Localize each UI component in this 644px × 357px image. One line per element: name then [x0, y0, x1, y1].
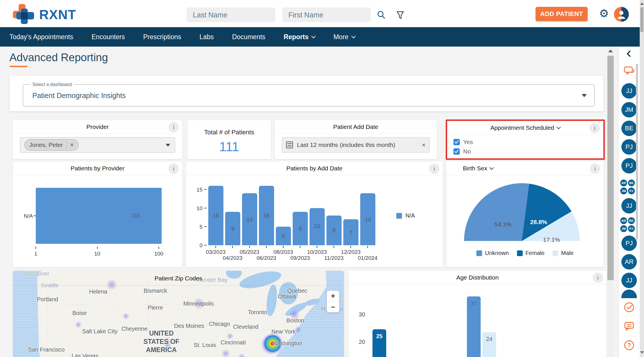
nav-reports[interactable]: Reports [284, 33, 315, 41]
birth-sex-title[interactable]: Birth Sex [446, 161, 604, 175]
avatar-small[interactable]: BE [628, 180, 635, 186]
page-title: Advanced Reporting [9, 51, 108, 64]
avatar-small[interactable]: BE [628, 217, 635, 224]
dropdown-caret-icon[interactable] [166, 144, 170, 147]
nav-todays-appointments[interactable]: Today's Appointments [9, 33, 73, 41]
avatar-small[interactable]: JM [620, 188, 627, 194]
bar-value: 8 [326, 227, 342, 234]
slice-label-female: 28.8% [530, 219, 547, 226]
city-label: St. Louis [194, 342, 216, 348]
zoom-in-button[interactable]: + [327, 291, 339, 302]
y-tick: 15 [195, 187, 203, 193]
avatar[interactable]: PJ [621, 236, 637, 251]
city-label: Cleveland [233, 324, 259, 330]
appt-option-no[interactable]: No [453, 148, 471, 155]
avatar[interactable]: PJ [621, 139, 637, 155]
chart-legend: N/A [396, 212, 415, 219]
chip-remove-icon[interactable]: × [70, 141, 74, 149]
collapse-sidebar-icon[interactable] [625, 50, 633, 57]
scroll-up-arrow[interactable] [608, 49, 613, 52]
checkbox-checked-icon[interactable] [453, 139, 460, 145]
provider-select[interactable]: Jones, Peter × [20, 137, 175, 153]
divider [621, 336, 637, 336]
info-icon[interactable]: i [429, 163, 439, 174]
help-icon[interactable]: ? [623, 339, 635, 352]
dashboard-select[interactable]: Select a dashboard Patient Demographic I… [23, 84, 595, 106]
content-scrollbar[interactable] [607, 47, 614, 357]
scroll-down-arrow[interactable] [640, 351, 644, 354]
dropdown-caret-icon[interactable] [582, 94, 587, 97]
nav-prescriptions[interactable]: Prescriptions [143, 33, 181, 41]
avatar[interactable]: JM [621, 102, 637, 117]
info-icon[interactable]: i [169, 163, 179, 174]
user-avatar[interactable] [614, 7, 629, 22]
x-tick: 12/2023 [338, 249, 364, 255]
scrollbar-thumb[interactable] [607, 56, 614, 280]
nav-documents[interactable]: Documents [232, 33, 265, 41]
avatar[interactable]: JJ [621, 273, 637, 288]
city-label: Ottawa [278, 293, 296, 300]
add-date-value: Last 12 months (includes this month) [297, 141, 418, 148]
y-category-label: N/A [24, 213, 33, 219]
patients-by-add-date-card: Patients by Add Date i 15 10 5 0 16 9 14… [186, 161, 443, 267]
appointment-scheduled-title[interactable]: Appointment Scheduled [447, 121, 603, 135]
city-label: Cincinnati [221, 339, 246, 346]
city-label: Salt Lake City [82, 328, 117, 335]
avatar-small[interactable]: AR [620, 217, 627, 224]
brand-name: RXNT [39, 7, 76, 22]
zoom-out-button[interactable]: − [327, 302, 339, 312]
avatar[interactable]: JJ [621, 198, 637, 214]
nav-more[interactable]: More [333, 33, 355, 41]
filter-icon[interactable] [395, 10, 405, 20]
info-icon[interactable]: i [590, 123, 600, 133]
clear-date-icon[interactable]: × [422, 141, 425, 148]
provider-chip[interactable]: Jones, Peter × [24, 139, 79, 151]
window-scrollbar[interactable] [640, 0, 644, 357]
patient-zip-codes-map-card[interactable]: Vancouver Seattle Thunder Bay Quebec Hel… [13, 271, 344, 357]
info-icon[interactable]: i [590, 163, 600, 174]
bar-value: 14 [242, 216, 257, 223]
nav-encounters[interactable]: Encounters [92, 33, 125, 41]
checkbox-checked-icon[interactable] [453, 148, 460, 155]
y-tick: 10 [195, 205, 203, 212]
avatar-partial[interactable] [621, 290, 637, 298]
avatar[interactable]: AR [621, 254, 637, 270]
avatar-small[interactable]: PJ [628, 225, 635, 232]
chevron-down-icon [490, 165, 494, 170]
info-icon[interactable]: i [169, 122, 179, 132]
x-tick: 06/2023 [253, 255, 279, 261]
sidebar-scrollbar-thumb[interactable] [636, 64, 638, 240]
chart-title: Patients by Add Date [186, 161, 443, 175]
semicircle-pie [464, 183, 580, 241]
tasks-check-icon[interactable] [623, 301, 635, 314]
chevron-down-icon [556, 125, 561, 129]
search-icon[interactable] [377, 10, 386, 20]
bar-value: 37 [467, 300, 481, 307]
avatar-small[interactable]: PJ [628, 188, 635, 194]
gear-icon[interactable]: ⚙ [599, 8, 609, 19]
nav-labs[interactable]: Labs [199, 33, 214, 41]
last-name-input[interactable] [187, 7, 275, 22]
first-name-input[interactable] [282, 7, 371, 22]
add-date-select[interactable]: Last 12 months (includes this month) × [282, 137, 430, 153]
chart-title: Patients by Provider [13, 161, 182, 175]
message-icon[interactable] [623, 320, 635, 332]
scroll-up-arrow[interactable] [640, 3, 644, 5]
city-label: Des Moines [174, 323, 204, 329]
avatar[interactable]: PJ [621, 158, 637, 173]
person-icon [617, 10, 626, 19]
scrollbar-thumb[interactable] [640, 7, 643, 32]
chat-bubbles-icon[interactable] [623, 65, 635, 77]
appt-option-yes[interactable]: Yes [453, 139, 473, 145]
x-tick: 10/2023 [304, 249, 330, 255]
avatar-small[interactable]: AR [620, 180, 627, 186]
rxnt-logo[interactable]: RXNT [13, 3, 87, 24]
info-icon[interactable]: i [593, 273, 603, 283]
y-tick: 30 [359, 311, 365, 318]
avatar[interactable]: BE [621, 121, 637, 136]
avatar[interactable]: JJ [621, 83, 637, 99]
x-tick: 100 [152, 251, 166, 257]
appointment-scheduled-card-highlighted: Appointment Scheduled i Yes No [446, 119, 605, 160]
add-patient-button[interactable]: ADD PATIENT [536, 7, 588, 21]
avatar-small[interactable]: JM [620, 225, 627, 232]
